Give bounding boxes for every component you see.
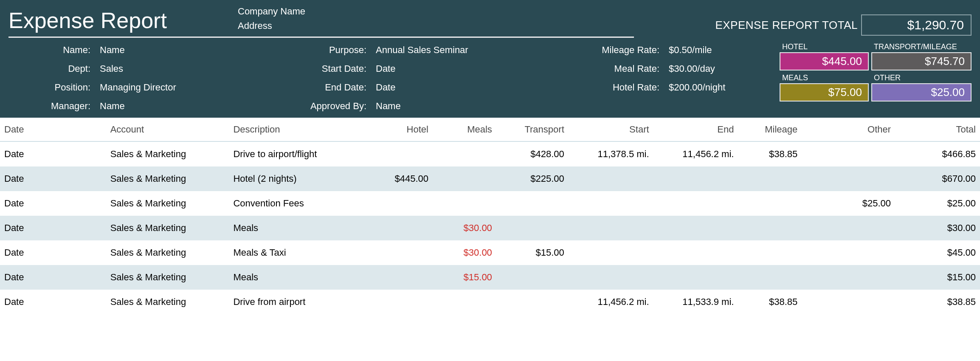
col-mileage: Mileage xyxy=(738,118,802,141)
col-meals: Meals xyxy=(433,118,496,141)
start-date-label: Start Date: xyxy=(253,63,376,74)
cell-account: Sales & Marketing xyxy=(106,166,229,191)
report-header: Expense Report Company Name Address EXPE… xyxy=(0,0,980,118)
cell-meals xyxy=(433,290,496,314)
hotel-rate-label: Hotel Rate: xyxy=(546,82,669,93)
company-name: Company Name xyxy=(238,4,715,19)
total-value: $1,290.70 xyxy=(861,14,972,36)
cell-date: Date xyxy=(0,240,106,265)
cell-mileage xyxy=(738,265,802,290)
name-label: Name: xyxy=(8,45,100,56)
cell-desc: Meals & Taxi xyxy=(229,240,356,265)
cell-hotel xyxy=(356,290,433,314)
expense-table: Date Account Description Hotel Meals Tra… xyxy=(0,118,980,314)
cell-meals xyxy=(433,166,496,191)
col-end: End xyxy=(653,118,738,141)
cell-desc: Meals xyxy=(229,216,356,240)
cell-other xyxy=(802,290,895,314)
cell-end xyxy=(653,191,738,216)
hotel-rate-value: $200.00/night xyxy=(669,82,754,93)
report-title: Expense Report xyxy=(8,8,238,33)
col-date: Date xyxy=(0,118,106,141)
cell-end xyxy=(653,265,738,290)
cell-other xyxy=(802,141,895,166)
tile-other-label: OTHER xyxy=(871,74,972,82)
col-other: Other xyxy=(802,118,895,141)
cell-account: Sales & Marketing xyxy=(106,240,229,265)
company-block: Company Name Address xyxy=(238,4,715,33)
cell-total: $25.00 xyxy=(895,191,980,216)
tile-hotel-value: $445.00 xyxy=(780,52,869,71)
cell-start xyxy=(569,166,653,191)
cell-account: Sales & Marketing xyxy=(106,191,229,216)
approved-by-label: Approved By: xyxy=(253,101,376,112)
cell-end: 11,456.2 mi. xyxy=(653,141,738,166)
cell-hotel xyxy=(356,265,433,290)
cell-hotel xyxy=(356,216,433,240)
cell-mileage xyxy=(738,191,802,216)
tile-meals-label: MEALS xyxy=(780,74,869,82)
end-date-label: End Date: xyxy=(253,82,376,93)
cell-end xyxy=(653,216,738,240)
mileage-rate-value: $0.50/mile xyxy=(669,45,754,56)
cell-trans xyxy=(496,265,569,290)
report-total: EXPENSE REPORT TOTAL $1,290.70 xyxy=(715,14,972,36)
cell-other xyxy=(802,216,895,240)
company-address: Address xyxy=(238,19,715,33)
info-row: Name: Name Purpose: Annual Sales Seminar… xyxy=(8,41,972,112)
cell-desc: Hotel (2 nights) xyxy=(229,166,356,191)
table-row: DateSales & MarketingMeals$30.00$30.00 xyxy=(0,216,980,240)
cell-desc: Drive to airport/flight xyxy=(229,141,356,166)
cell-trans: $225.00 xyxy=(496,166,569,191)
cell-start xyxy=(569,216,653,240)
cell-hotel: $445.00 xyxy=(356,166,433,191)
cell-total: $15.00 xyxy=(895,265,980,290)
cell-mileage xyxy=(738,240,802,265)
cell-account: Sales & Marketing xyxy=(106,141,229,166)
cell-other xyxy=(802,265,895,290)
tile-transport-label: TRANSPORT/MILEAGE xyxy=(871,43,972,51)
table-row: DateSales & MarketingMeals$15.00$15.00 xyxy=(0,265,980,290)
cell-meals: $30.00 xyxy=(433,216,496,240)
cell-total: $30.00 xyxy=(895,216,980,240)
cell-account: Sales & Marketing xyxy=(106,265,229,290)
cell-start: 11,378.5 mi. xyxy=(569,141,653,166)
table-row: DateSales & MarketingConvention Fees$25.… xyxy=(0,191,980,216)
table-header-row: Date Account Description Hotel Meals Tra… xyxy=(0,118,980,141)
col-transport: Transport xyxy=(496,118,569,141)
table-row: DateSales & MarketingDrive to airport/fl… xyxy=(0,141,980,166)
approved-by-value: Name xyxy=(376,101,546,112)
purpose-label: Purpose: xyxy=(253,45,376,56)
dept-label: Dept: xyxy=(8,63,100,74)
cell-date: Date xyxy=(0,290,106,314)
cell-mileage: $38.85 xyxy=(738,290,802,314)
cell-end: 11,533.9 mi. xyxy=(653,290,738,314)
col-account: Account xyxy=(106,118,229,141)
tile-other-value: $25.00 xyxy=(871,83,972,102)
cell-date: Date xyxy=(0,216,106,240)
info-fields: Name: Name Purpose: Annual Sales Seminar… xyxy=(8,41,754,112)
cell-mileage xyxy=(738,166,802,191)
tile-hotel-label: HOTEL xyxy=(780,43,869,51)
name-value: Name xyxy=(100,45,253,56)
cell-start xyxy=(569,240,653,265)
start-date-value: Date xyxy=(376,63,546,74)
col-start: Start xyxy=(569,118,653,141)
cell-mileage xyxy=(738,216,802,240)
tile-meals-value: $75.00 xyxy=(780,83,869,102)
position-value: Managing Director xyxy=(100,82,253,93)
cell-desc: Convention Fees xyxy=(229,191,356,216)
tile-transport-value: $745.70 xyxy=(871,52,972,71)
meal-rate-label: Meal Rate: xyxy=(546,63,669,74)
cell-meals xyxy=(433,141,496,166)
cell-trans xyxy=(496,290,569,314)
dept-value: Sales xyxy=(100,63,253,74)
cell-other: $25.00 xyxy=(802,191,895,216)
cell-account: Sales & Marketing xyxy=(106,216,229,240)
cell-account: Sales & Marketing xyxy=(106,290,229,314)
cell-hotel xyxy=(356,141,433,166)
cell-start: 11,456.2 mi. xyxy=(569,290,653,314)
purpose-value: Annual Sales Seminar xyxy=(376,45,546,56)
cell-meals: $30.00 xyxy=(433,240,496,265)
cell-other xyxy=(802,166,895,191)
